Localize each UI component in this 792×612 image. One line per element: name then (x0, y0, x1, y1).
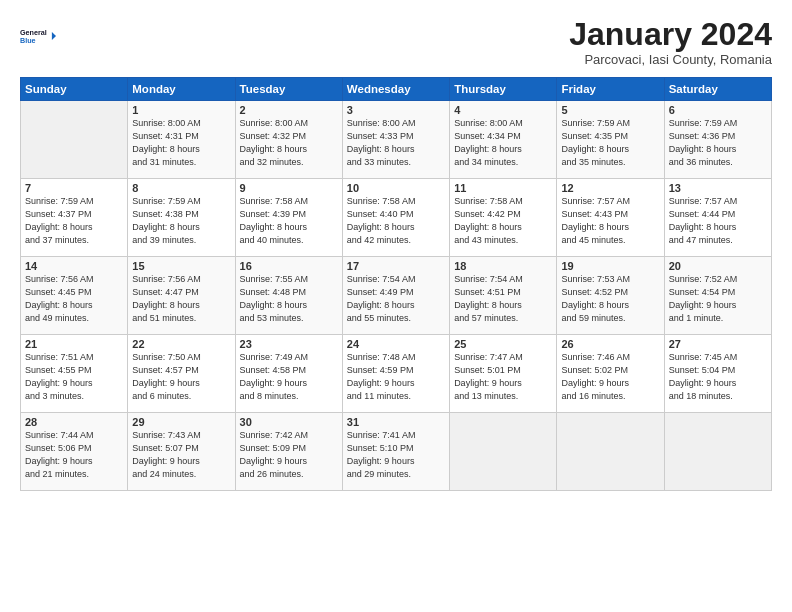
day-info: Sunrise: 7:44 AMSunset: 5:06 PMDaylight:… (25, 429, 123, 481)
calendar-cell: 7Sunrise: 7:59 AMSunset: 4:37 PMDaylight… (21, 179, 128, 257)
svg-marker-2 (52, 32, 56, 40)
calendar-cell: 31Sunrise: 7:41 AMSunset: 5:10 PMDayligh… (342, 413, 449, 491)
calendar-cell: 21Sunrise: 7:51 AMSunset: 4:55 PMDayligh… (21, 335, 128, 413)
calendar-cell: 3Sunrise: 8:00 AMSunset: 4:33 PMDaylight… (342, 101, 449, 179)
calendar-cell: 16Sunrise: 7:55 AMSunset: 4:48 PMDayligh… (235, 257, 342, 335)
day-number: 16 (240, 260, 338, 272)
calendar-cell: 5Sunrise: 7:59 AMSunset: 4:35 PMDaylight… (557, 101, 664, 179)
day-info: Sunrise: 7:49 AMSunset: 4:58 PMDaylight:… (240, 351, 338, 403)
day-info: Sunrise: 8:00 AMSunset: 4:31 PMDaylight:… (132, 117, 230, 169)
calendar-page: General Blue January 2024 Parcovaci, Ias… (0, 0, 792, 612)
day-number: 3 (347, 104, 445, 116)
day-info: Sunrise: 7:51 AMSunset: 4:55 PMDaylight:… (25, 351, 123, 403)
day-info: Sunrise: 7:52 AMSunset: 4:54 PMDaylight:… (669, 273, 767, 325)
day-info: Sunrise: 7:47 AMSunset: 5:01 PMDaylight:… (454, 351, 552, 403)
day-info: Sunrise: 7:58 AMSunset: 4:40 PMDaylight:… (347, 195, 445, 247)
day-info: Sunrise: 7:43 AMSunset: 5:07 PMDaylight:… (132, 429, 230, 481)
day-info: Sunrise: 7:57 AMSunset: 4:44 PMDaylight:… (669, 195, 767, 247)
day-info: Sunrise: 8:00 AMSunset: 4:34 PMDaylight:… (454, 117, 552, 169)
weekday-header-monday: Monday (128, 78, 235, 101)
day-info: Sunrise: 7:53 AMSunset: 4:52 PMDaylight:… (561, 273, 659, 325)
calendar-cell: 2Sunrise: 8:00 AMSunset: 4:32 PMDaylight… (235, 101, 342, 179)
day-number: 2 (240, 104, 338, 116)
day-info: Sunrise: 7:57 AMSunset: 4:43 PMDaylight:… (561, 195, 659, 247)
calendar-cell: 9Sunrise: 7:58 AMSunset: 4:39 PMDaylight… (235, 179, 342, 257)
page-header: General Blue January 2024 Parcovaci, Ias… (20, 18, 772, 67)
day-number: 4 (454, 104, 552, 116)
calendar-cell: 20Sunrise: 7:52 AMSunset: 4:54 PMDayligh… (664, 257, 771, 335)
day-info: Sunrise: 7:41 AMSunset: 5:10 PMDaylight:… (347, 429, 445, 481)
day-info: Sunrise: 7:48 AMSunset: 4:59 PMDaylight:… (347, 351, 445, 403)
calendar-cell: 28Sunrise: 7:44 AMSunset: 5:06 PMDayligh… (21, 413, 128, 491)
calendar-cell (21, 101, 128, 179)
day-info: Sunrise: 7:56 AMSunset: 4:45 PMDaylight:… (25, 273, 123, 325)
day-number: 19 (561, 260, 659, 272)
day-info: Sunrise: 7:45 AMSunset: 5:04 PMDaylight:… (669, 351, 767, 403)
calendar-cell: 22Sunrise: 7:50 AMSunset: 4:57 PMDayligh… (128, 335, 235, 413)
day-number: 28 (25, 416, 123, 428)
day-number: 11 (454, 182, 552, 194)
day-number: 18 (454, 260, 552, 272)
calendar-cell: 25Sunrise: 7:47 AMSunset: 5:01 PMDayligh… (450, 335, 557, 413)
weekday-header-saturday: Saturday (664, 78, 771, 101)
day-info: Sunrise: 7:42 AMSunset: 5:09 PMDaylight:… (240, 429, 338, 481)
day-number: 29 (132, 416, 230, 428)
calendar-cell: 11Sunrise: 7:58 AMSunset: 4:42 PMDayligh… (450, 179, 557, 257)
calendar-cell: 26Sunrise: 7:46 AMSunset: 5:02 PMDayligh… (557, 335, 664, 413)
day-info: Sunrise: 8:00 AMSunset: 4:32 PMDaylight:… (240, 117, 338, 169)
day-number: 25 (454, 338, 552, 350)
calendar-cell: 23Sunrise: 7:49 AMSunset: 4:58 PMDayligh… (235, 335, 342, 413)
day-number: 26 (561, 338, 659, 350)
calendar-cell (450, 413, 557, 491)
day-number: 15 (132, 260, 230, 272)
calendar-cell: 13Sunrise: 7:57 AMSunset: 4:44 PMDayligh… (664, 179, 771, 257)
calendar-cell: 27Sunrise: 7:45 AMSunset: 5:04 PMDayligh… (664, 335, 771, 413)
day-info: Sunrise: 7:59 AMSunset: 4:36 PMDaylight:… (669, 117, 767, 169)
calendar-cell: 19Sunrise: 7:53 AMSunset: 4:52 PMDayligh… (557, 257, 664, 335)
svg-text:Blue: Blue (20, 36, 36, 45)
calendar-cell: 14Sunrise: 7:56 AMSunset: 4:45 PMDayligh… (21, 257, 128, 335)
calendar-cell: 29Sunrise: 7:43 AMSunset: 5:07 PMDayligh… (128, 413, 235, 491)
calendar-cell (557, 413, 664, 491)
svg-text:General: General (20, 28, 47, 37)
calendar-cell: 6Sunrise: 7:59 AMSunset: 4:36 PMDaylight… (664, 101, 771, 179)
calendar-cell: 24Sunrise: 7:48 AMSunset: 4:59 PMDayligh… (342, 335, 449, 413)
day-number: 23 (240, 338, 338, 350)
day-number: 27 (669, 338, 767, 350)
day-info: Sunrise: 7:58 AMSunset: 4:42 PMDaylight:… (454, 195, 552, 247)
calendar-cell: 8Sunrise: 7:59 AMSunset: 4:38 PMDaylight… (128, 179, 235, 257)
day-info: Sunrise: 7:59 AMSunset: 4:38 PMDaylight:… (132, 195, 230, 247)
day-number: 1 (132, 104, 230, 116)
day-number: 31 (347, 416, 445, 428)
day-number: 6 (669, 104, 767, 116)
calendar-cell: 12Sunrise: 7:57 AMSunset: 4:43 PMDayligh… (557, 179, 664, 257)
weekday-header-wednesday: Wednesday (342, 78, 449, 101)
day-number: 12 (561, 182, 659, 194)
title-block: January 2024 Parcovaci, Iasi County, Rom… (569, 18, 772, 67)
day-number: 13 (669, 182, 767, 194)
day-info: Sunrise: 7:54 AMSunset: 4:51 PMDaylight:… (454, 273, 552, 325)
day-number: 7 (25, 182, 123, 194)
day-number: 20 (669, 260, 767, 272)
location: Parcovaci, Iasi County, Romania (569, 52, 772, 67)
weekday-header-sunday: Sunday (21, 78, 128, 101)
logo-svg: General Blue (20, 18, 56, 54)
day-number: 9 (240, 182, 338, 194)
calendar-cell (664, 413, 771, 491)
day-number: 30 (240, 416, 338, 428)
day-info: Sunrise: 7:58 AMSunset: 4:39 PMDaylight:… (240, 195, 338, 247)
calendar-cell: 4Sunrise: 8:00 AMSunset: 4:34 PMDaylight… (450, 101, 557, 179)
day-info: Sunrise: 7:59 AMSunset: 4:35 PMDaylight:… (561, 117, 659, 169)
day-number: 21 (25, 338, 123, 350)
calendar-cell: 10Sunrise: 7:58 AMSunset: 4:40 PMDayligh… (342, 179, 449, 257)
logo: General Blue (20, 18, 56, 54)
day-number: 17 (347, 260, 445, 272)
day-info: Sunrise: 7:59 AMSunset: 4:37 PMDaylight:… (25, 195, 123, 247)
day-number: 8 (132, 182, 230, 194)
calendar-cell: 1Sunrise: 8:00 AMSunset: 4:31 PMDaylight… (128, 101, 235, 179)
day-number: 10 (347, 182, 445, 194)
weekday-header-friday: Friday (557, 78, 664, 101)
day-info: Sunrise: 7:56 AMSunset: 4:47 PMDaylight:… (132, 273, 230, 325)
weekday-header-thursday: Thursday (450, 78, 557, 101)
calendar-cell: 18Sunrise: 7:54 AMSunset: 4:51 PMDayligh… (450, 257, 557, 335)
